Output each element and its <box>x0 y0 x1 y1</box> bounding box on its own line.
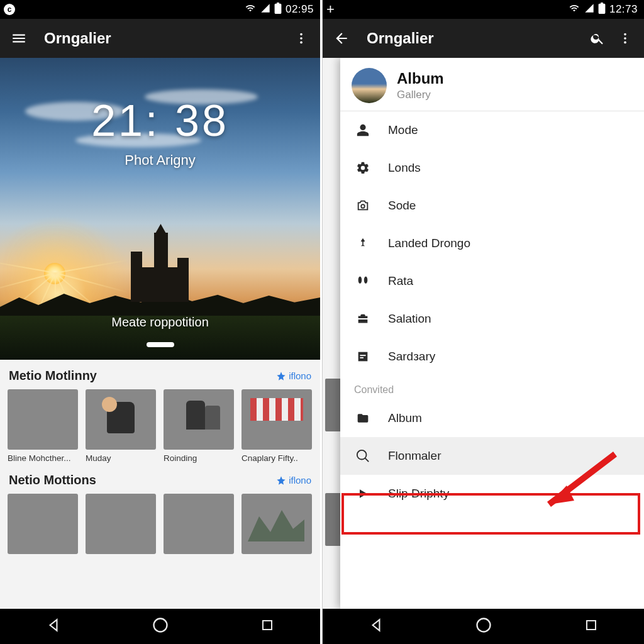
hero-caption: Meate roppotition <box>0 315 320 330</box>
person-icon <box>354 121 372 139</box>
nav-recent-icon[interactable] <box>260 618 275 635</box>
svg-rect-9 <box>360 357 364 358</box>
menu-item-landed-drongo[interactable]: Landed Drongo <box>340 225 644 262</box>
menu-item-slip-driphty[interactable]: Slip Driphty <box>340 475 644 513</box>
cell-signal-icon <box>260 3 270 16</box>
menu-item-londs[interactable]: Londs <box>340 149 644 187</box>
thumb-1-4-caption: Cnaplary Fifty.. <box>242 453 312 463</box>
menu-item-label: Salation <box>388 312 431 326</box>
hamburger-menu-icon[interactable] <box>5 25 33 52</box>
menu-item-label: Londs <box>388 161 421 175</box>
section-1-more-link[interactable]: iflono <box>276 370 311 381</box>
thumb-2-4[interactable] <box>242 494 312 554</box>
magnifier-icon <box>354 447 372 465</box>
drawer-title: Album <box>397 70 444 87</box>
menu-item-label: Mode <box>388 123 418 137</box>
status-bar: + 12:73 <box>323 0 644 19</box>
section-1-more-label: iflono <box>289 370 311 381</box>
drawer-avatar <box>352 68 387 103</box>
svg-point-1 <box>300 37 303 40</box>
svg-rect-4 <box>263 621 272 630</box>
wifi-icon <box>244 3 257 16</box>
menu-item-label: Sode <box>388 199 416 213</box>
svg-point-0 <box>300 33 303 36</box>
menu-item-sode[interactable]: Sode <box>340 187 644 225</box>
folder-icon <box>354 409 372 427</box>
thumb-1-1[interactable]: Bline Mohcther... <box>8 389 78 463</box>
hero-clock: 21: 38 <box>0 96 320 146</box>
battery-icon <box>598 3 606 16</box>
overflow-menu-icon[interactable] <box>611 25 639 52</box>
menu-item-album[interactable]: Album <box>340 399 644 437</box>
thumb-2-2[interactable] <box>86 494 156 554</box>
thumb-1-1-caption: Bline Mohcther... <box>8 453 78 463</box>
svg-point-2 <box>300 42 303 44</box>
section-1: Metio Motlinny iflono Bline Mohcther... … <box>0 360 320 464</box>
star-icon <box>276 475 286 486</box>
right-screenshot: + 12:73 Orngalier <box>322 0 644 644</box>
section-1-title: Metio Motlinny <box>9 369 97 383</box>
menu-item-label: Sardзary <box>388 350 435 364</box>
nav-home-icon[interactable] <box>152 616 169 636</box>
menu-item-rata[interactable]: Rata <box>340 262 644 300</box>
drawer-header[interactable]: Album Gallery <box>340 58 644 111</box>
section-2-title: Netio Mottions <box>9 473 96 487</box>
nav-recent-icon[interactable] <box>584 618 599 635</box>
menu-item-label: Rata <box>388 274 413 288</box>
gear-icon <box>354 159 372 177</box>
cell-signal-icon <box>584 3 594 16</box>
status-leading-icon: c <box>4 4 15 15</box>
thumb-1-3[interactable]: Roinding <box>164 389 234 463</box>
system-nav-bar <box>323 609 644 644</box>
overflow-menu-icon[interactable] <box>287 25 315 52</box>
menu-item-salation[interactable]: Salation <box>340 300 644 338</box>
hero-wallpaper[interactable]: 21: 38 Phot Arigny Meate roppotition <box>0 58 320 360</box>
briefcase-icon <box>354 310 372 328</box>
thumb-1-2[interactable]: Muday <box>86 389 156 463</box>
section-2-more-link[interactable]: iflono <box>276 475 311 486</box>
thumb-1-2-caption: Muday <box>86 453 156 463</box>
system-nav-bar <box>0 609 320 644</box>
camera-icon <box>354 197 372 214</box>
thumb-1-3-caption: Roinding <box>164 453 234 463</box>
app-title: Orngalier <box>44 30 287 47</box>
svg-rect-13 <box>587 621 596 630</box>
menu-item-flonmaler[interactable]: Flonmaler <box>340 437 644 475</box>
thumb-1-4[interactable]: Cnaplary Fifty.. <box>242 389 312 463</box>
thumb-2-3[interactable] <box>164 494 234 554</box>
hands-icon <box>354 272 372 290</box>
svg-point-7 <box>624 42 626 44</box>
thumb-2-1[interactable] <box>8 494 78 554</box>
wifi-icon <box>568 3 580 16</box>
section-2-more-label: iflono <box>289 475 311 486</box>
menu-item-label: Flonmaler <box>388 449 441 463</box>
status-clock: 12:73 <box>609 3 638 16</box>
pin-icon <box>354 235 372 252</box>
menu-item-mode[interactable]: Mode <box>340 111 644 149</box>
app-bar: Orngalier <box>323 19 644 58</box>
nav-back-icon[interactable] <box>368 617 384 636</box>
nav-home-icon[interactable] <box>475 616 492 636</box>
hero-page-indicator[interactable] <box>147 342 174 347</box>
star-icon <box>276 371 286 381</box>
navigation-drawer: Album Gallery Mode Londs Sode <box>340 58 644 609</box>
hero-subtitle: Phot Arigny <box>0 152 320 169</box>
play-icon <box>354 485 372 502</box>
left-screenshot: c 02:95 Orngalier <box>0 0 322 644</box>
slider-icon <box>354 348 372 365</box>
nav-back-icon[interactable] <box>45 617 62 636</box>
status-clock: 02:95 <box>286 3 314 16</box>
app-title: Orngalier <box>367 30 584 47</box>
svg-point-12 <box>477 619 491 632</box>
app-bar: Orngalier <box>0 19 320 58</box>
menu-item-sardzary[interactable]: Sardзary <box>340 338 644 375</box>
battery-icon <box>274 3 282 16</box>
search-icon[interactable] <box>584 25 611 52</box>
back-arrow-icon[interactable] <box>328 25 355 52</box>
menu-item-label: Slip Driphty <box>388 487 449 501</box>
menu-group-label: Convited <box>340 375 644 399</box>
svg-point-3 <box>154 619 167 632</box>
menu-item-label: Landed Drongo <box>388 236 470 250</box>
svg-point-6 <box>624 37 626 40</box>
svg-rect-8 <box>360 355 365 356</box>
